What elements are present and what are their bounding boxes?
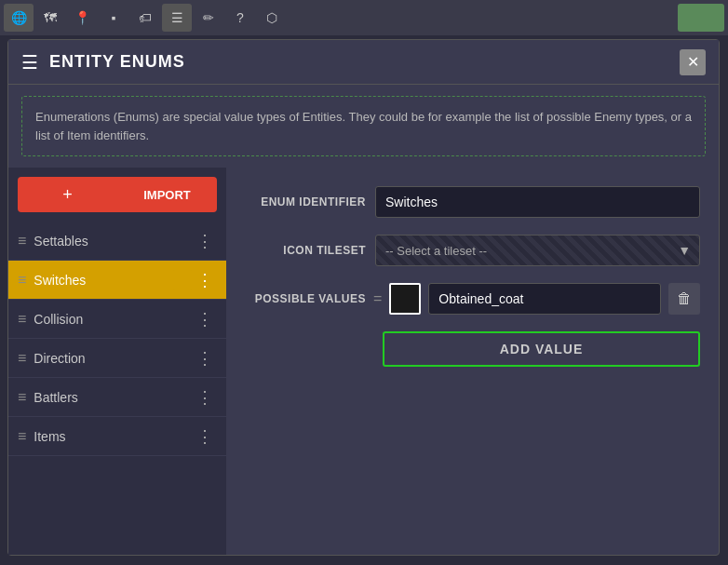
modal-header: ☰ ENTITY ENUMS ✕ <box>8 40 719 85</box>
import-button[interactable]: IMPORT <box>117 177 217 212</box>
add-value-button[interactable]: ADD VALUE <box>383 331 700 367</box>
drag-handle-icon: ≡ <box>18 233 26 249</box>
list-item-icon-box <box>172 270 193 290</box>
possible-values-row: POSSIBLE VALUES = 🗑 <box>245 283 700 315</box>
modal-header-icon: ☰ <box>21 51 38 74</box>
add-value-row: ADD VALUE <box>245 331 700 367</box>
add-enum-button[interactable]: + <box>18 177 117 212</box>
list-item-battlers[interactable]: ≡ Battlers ⋮ <box>8 378 226 417</box>
brush-icon[interactable]: ✏ <box>194 4 223 32</box>
drag-handle-icon: ≡ <box>18 350 26 367</box>
map-icon[interactable]: 🗺 <box>35 4 65 32</box>
list-item-menu-icon[interactable]: ⋮ <box>193 385 217 410</box>
drag-handle-icon: ≡ <box>18 311 26 328</box>
info-banner: Enumerations (Enums) are special value t… <box>21 96 706 156</box>
value-color-picker[interactable] <box>389 283 421 315</box>
modal-close-button[interactable]: ✕ <box>680 49 706 75</box>
layers-icon[interactable]: ▪ <box>99 4 128 32</box>
help-icon[interactable]: ? <box>225 4 255 32</box>
left-panel: + IMPORT ≡ Settables ⋮ ≡ Switches ⋮ ≡ Co… <box>8 168 226 555</box>
list-item-settables[interactable]: ≡ Settables ⋮ <box>8 222 226 261</box>
icon-tileset-select[interactable]: -- Select a tileset -- <box>375 235 700 266</box>
list-item-items[interactable]: ≡ Items ⋮ <box>8 417 226 456</box>
possible-values-label: POSSIBLE VALUES <box>245 292 366 305</box>
drag-handle-icon: ≡ <box>18 389 26 406</box>
list-icon[interactable]: ☰ <box>162 4 192 32</box>
icon-tileset-wrapper: -- Select a tileset -- ▼ <box>375 235 700 266</box>
enum-identifier-input[interactable] <box>375 186 700 218</box>
globe-icon[interactable]: 🌐 <box>4 4 34 32</box>
list-item-menu-icon[interactable]: ⋮ <box>193 229 217 253</box>
drag-handle-icon: ≡ <box>18 428 26 445</box>
equals-sign: = <box>373 290 382 307</box>
list-item-direction[interactable]: ≡ Direction ⋮ <box>8 339 226 378</box>
export-icon[interactable]: ⬡ <box>257 4 287 32</box>
toolbar-right-box <box>678 4 724 32</box>
list-item-active-menu-icon[interactable]: ⋮ <box>193 268 217 292</box>
enum-identifier-label: ENUM IDENTIFIER <box>245 195 366 209</box>
right-inner: ENUM IDENTIFIER ICON TILESET -- Select a… <box>226 168 719 555</box>
icon-tileset-label: ICON TILESET <box>245 244 366 257</box>
list-item-menu-icon[interactable]: ⋮ <box>193 346 217 370</box>
list-item-collision[interactable]: ≡ Collision ⋮ <box>8 300 226 339</box>
pin-icon[interactable]: 📍 <box>67 4 97 32</box>
delete-value-button[interactable]: 🗑 <box>668 283 700 315</box>
modal-body: + IMPORT ≡ Settables ⋮ ≡ Switches ⋮ ≡ Co… <box>8 168 719 555</box>
top-toolbar: 🌐 🗺 📍 ▪ 🏷 ☰ ✏ ? ⬡ <box>0 0 728 35</box>
right-panel: ENUM IDENTIFIER ICON TILESET -- Select a… <box>226 168 719 555</box>
action-buttons: + IMPORT <box>18 177 217 212</box>
value-text-input[interactable] <box>428 283 661 315</box>
drag-handle-icon: ≡ <box>18 272 26 289</box>
list-item-menu-icon[interactable]: ⋮ <box>193 307 217 331</box>
enum-identifier-row: ENUM IDENTIFIER <box>245 186 700 218</box>
modal-title: ENTITY ENUMS <box>49 52 668 72</box>
list-item-menu-icon[interactable]: ⋮ <box>193 424 217 449</box>
modal-window: ☰ ENTITY ENUMS ✕ Enumerations (Enums) ar… <box>7 39 720 556</box>
icon-tileset-row: ICON TILESET -- Select a tileset -- ▼ <box>245 235 700 266</box>
list-item-switches[interactable]: ≡ Switches ⋮ <box>8 261 226 300</box>
tag-icon[interactable]: 🏷 <box>130 4 160 32</box>
